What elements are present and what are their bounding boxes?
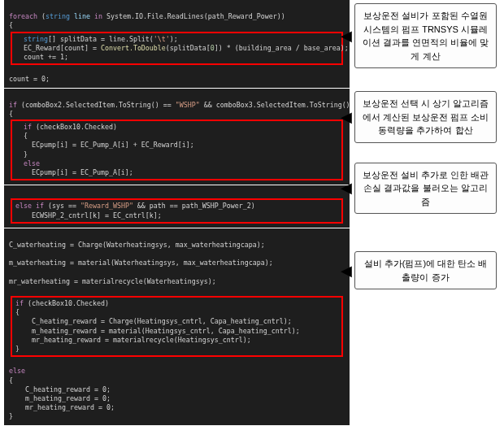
highlight-box-2: if (checkBox10.Checked) { ECpump[i] = EC… bbox=[11, 120, 343, 180]
code-keyword: foreach bbox=[9, 12, 37, 20]
highlight-box-1: string[] splitData = line.Split('\t'); E… bbox=[11, 32, 343, 66]
code-keyword: if bbox=[9, 101, 17, 109]
annotation-column: ◀ 보상운전 설비가 포함된 수열원 시스템의 펌프 TRNSYS 시뮬레이션 … bbox=[354, 0, 497, 425]
code-column: foreach (string line in System.IO.File.R… bbox=[0, 0, 350, 425]
annotation-4: ◀ 설비 추가(펌프)에 대한 탄소 배출량이 증가 bbox=[354, 251, 497, 289]
arrow-left-icon: ◀ bbox=[341, 106, 352, 128]
code-block-1: foreach (string line in System.IO.File.R… bbox=[4, 0, 350, 88]
annotation-text: 보상운전 설비 추가로 인한 배관손실 결과값을 불러오는 알고리즘 bbox=[363, 170, 489, 206]
arrow-left-icon: ◀ bbox=[341, 259, 352, 281]
code-block-3: else if (sys == "Reward_WSHP" && path ==… bbox=[4, 185, 350, 228]
annotation-1: ◀ 보상운전 설비가 포함된 수열원 시스템의 펌프 TRNSYS 시뮬레이션 … bbox=[354, 3, 497, 68]
annotation-3: ◀ 보상운전 설비 추가로 인한 배관손실 결과값을 불러오는 알고리즘 bbox=[354, 163, 497, 215]
highlight-box-3: else if (sys == "Reward_WSHP" && path ==… bbox=[11, 198, 343, 223]
arrow-left-icon: ◀ bbox=[341, 25, 352, 47]
annotation-text: 보상운전 선택 시 상기 알고리즘에서 계산된 보상운전 펌프 소비 동력량을 … bbox=[363, 98, 489, 135]
code-block-2: if (comboBox2.SelectedItem.ToString() ==… bbox=[4, 89, 350, 185]
highlight-box-4: if (checkBox10.Checked) { C_heating_rewa… bbox=[11, 296, 343, 357]
annotation-text: 보상운전 설비가 포함된 수열원 시스템의 펌프 TRNSYS 시뮬레이션 결과… bbox=[363, 11, 489, 61]
code-block-4: C_waterheating = Charge(Waterheatingsys,… bbox=[4, 228, 350, 425]
annotation-text: 설비 추가(펌프)에 대한 탄소 배출량이 증가 bbox=[364, 259, 488, 282]
annotation-2: ◀ 보상운전 선택 시 상기 알고리즘에서 계산된 보상운전 펌프 소비 동력량… bbox=[354, 91, 497, 143]
arrow-left-icon: ◀ bbox=[341, 177, 352, 199]
